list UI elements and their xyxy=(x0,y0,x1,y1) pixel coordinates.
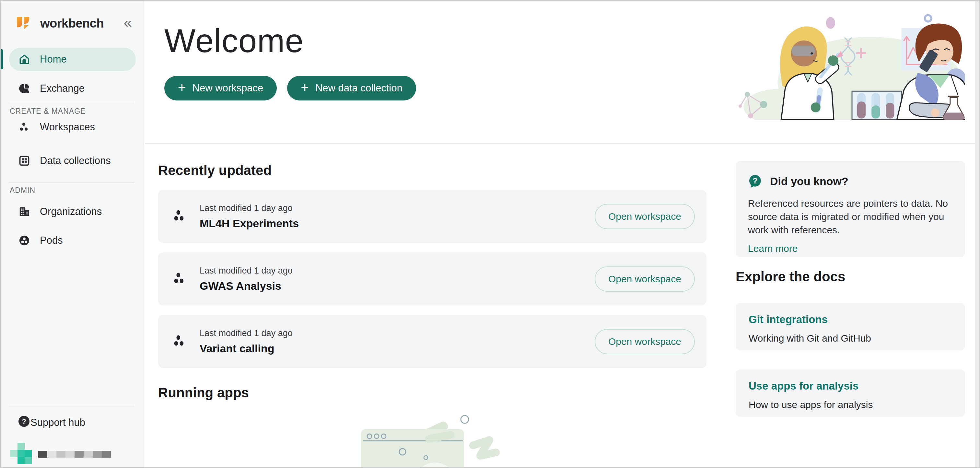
workspace-title: ML4H Experiments xyxy=(200,217,299,230)
workspace-card: Last modified 1 day ago Variant calling … xyxy=(158,315,706,368)
workbench-app: workbench « Home Exchange xyxy=(0,0,980,468)
organizations-icon xyxy=(18,205,31,218)
question-bubble-icon: ? xyxy=(748,174,762,188)
new-data-collection-label: New data collection xyxy=(315,82,402,94)
workspaces-icon xyxy=(18,120,31,134)
new-data-collection-button[interactable]: + New data collection xyxy=(287,76,416,100)
sidebar-item-pods[interactable]: Pods xyxy=(9,229,136,252)
did-you-know-header: ? Did you know? xyxy=(748,174,953,188)
did-you-know-title: Did you know? xyxy=(770,175,848,188)
workspace-icon xyxy=(172,270,189,288)
workspace-icon xyxy=(172,207,189,226)
pods-icon xyxy=(18,234,31,247)
workspace-meta: Last modified 1 day ago ML4H Experiments xyxy=(200,203,299,230)
sidebar-divider xyxy=(8,183,135,183)
active-indicator xyxy=(1,49,3,69)
workspace-card: Last modified 1 day ago GWAS Analysis Op… xyxy=(158,253,706,305)
workspace-meta: Last modified 1 day ago GWAS Analysis xyxy=(200,266,293,292)
brand-name: workbench xyxy=(40,16,104,30)
sidebar-item-organizations[interactable]: Organizations xyxy=(9,200,136,223)
doc-card-title: Use apps for analysis xyxy=(749,380,952,392)
data-collections-icon xyxy=(18,154,31,167)
support-hub-label: Support hub xyxy=(30,417,85,428)
sidebar-header: workbench xyxy=(14,13,104,34)
scientists-illustration xyxy=(734,9,965,120)
new-workspace-button[interactable]: + New workspace xyxy=(164,76,277,100)
primary-actions: + New workspace + New data collection xyxy=(164,76,416,100)
doc-card-git-integrations[interactable]: Git integrations Working with Git and Gi… xyxy=(736,303,965,350)
sidebar-divider xyxy=(8,103,135,103)
page-title: Welcome xyxy=(164,22,304,60)
svg-text:?: ? xyxy=(22,417,26,425)
section-divider xyxy=(145,143,979,144)
sleeping-apps-illustration xyxy=(357,406,509,468)
sidebar: workbench « Home Exchange xyxy=(1,1,144,467)
workspace-icon xyxy=(172,332,189,351)
question-icon: ? xyxy=(18,415,30,430)
learn-more-link[interactable]: Learn more xyxy=(748,243,797,254)
sidebar-item-exchange[interactable]: Exchange xyxy=(9,77,136,100)
sidebar-item-label: Workspaces xyxy=(40,121,95,133)
plus-icon: + xyxy=(301,81,309,94)
did-you-know-body: Referenced resources are pointers to dat… xyxy=(748,197,953,237)
sidebar-item-label: Organizations xyxy=(40,206,102,218)
open-workspace-button[interactable]: Open workspace xyxy=(595,266,695,292)
sidebar-section-label: CREATE & MANAGE xyxy=(10,107,86,116)
sidebar-divider xyxy=(8,406,135,406)
open-workspace-button[interactable]: Open workspace xyxy=(595,204,695,229)
workspace-card: Last modified 1 day ago ML4H Experiments… xyxy=(158,190,706,243)
workspace-title: Variant calling xyxy=(200,342,293,355)
workbench-logo-icon xyxy=(14,14,32,32)
sidebar-item-label: Exchange xyxy=(40,83,84,94)
sidebar-item-workspaces[interactable]: Workspaces xyxy=(9,115,136,139)
home-icon xyxy=(18,53,31,66)
running-apps-heading: Running apps xyxy=(158,385,249,401)
sidebar-section-label: ADMIN xyxy=(10,186,35,195)
recently-updated-heading: Recently updated xyxy=(158,163,272,178)
workspace-meta: Last modified 1 day ago Variant calling xyxy=(200,328,293,355)
footer-brand-logo xyxy=(10,443,134,465)
plus-icon: + xyxy=(178,81,186,94)
explore-docs-heading: Explore the docs xyxy=(736,269,845,285)
sidebar-collapse-button[interactable]: « xyxy=(124,15,132,30)
svg-text:?: ? xyxy=(753,176,758,185)
open-workspace-button[interactable]: Open workspace xyxy=(595,329,695,354)
doc-card-description: Working with Git and GitHub xyxy=(749,333,952,344)
scrollbar-track[interactable] xyxy=(975,1,979,467)
last-modified: Last modified 1 day ago xyxy=(200,266,293,276)
did-you-know-card: ? Did you know? Referenced resources are… xyxy=(736,161,965,257)
last-modified: Last modified 1 day ago xyxy=(200,328,293,338)
sidebar-item-label: Pods xyxy=(40,235,63,246)
sidebar-item-home[interactable]: Home xyxy=(9,48,136,71)
exchange-icon xyxy=(18,82,31,95)
sidebar-item-data-collections[interactable]: Data collections xyxy=(9,149,136,172)
last-modified: Last modified 1 day ago xyxy=(200,203,299,213)
doc-card-title: Git integrations xyxy=(749,314,952,326)
workspace-title: GWAS Analysis xyxy=(200,280,293,292)
sidebar-item-label: Home xyxy=(40,54,67,65)
sidebar-item-label: Data collections xyxy=(40,155,111,167)
doc-card-use-apps[interactable]: Use apps for analysis How to use apps fo… xyxy=(736,369,965,417)
sidebar-item-support-hub[interactable]: ? Support hub xyxy=(9,411,136,434)
new-workspace-label: New workspace xyxy=(192,82,264,94)
doc-card-description: How to use apps for analysis xyxy=(749,399,952,410)
